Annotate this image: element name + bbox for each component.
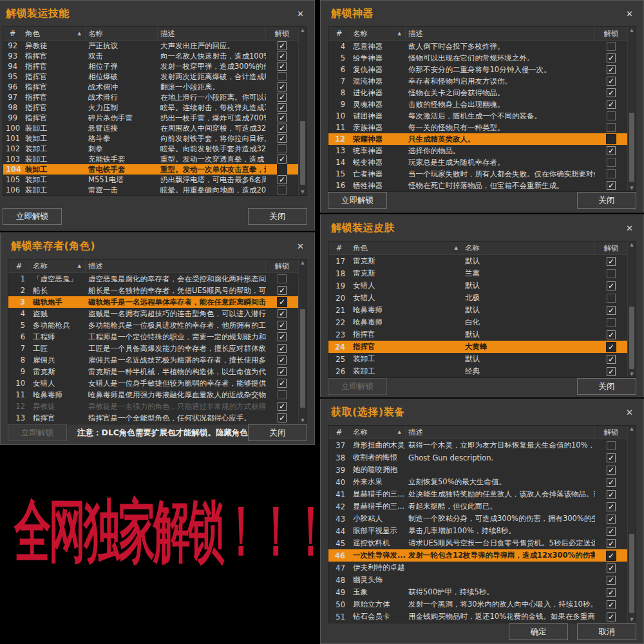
unlock-checkbox[interactable]: ✓ xyxy=(278,103,287,112)
unlock-checkbox[interactable]: ✓ xyxy=(607,355,616,364)
unlock-checkbox[interactable]: ✓ xyxy=(607,367,616,376)
column-header-desc[interactable]: 描述 xyxy=(158,27,266,40)
table-row[interactable]: 23指挥官默认✓ xyxy=(328,328,627,341)
close-icon[interactable]: ✕ xyxy=(296,242,305,251)
scroll-down-icon[interactable]: ▼ xyxy=(628,371,636,377)
scrollbar-thumb[interactable] xyxy=(629,307,634,369)
unlock-checkbox[interactable]: ✓ xyxy=(607,527,616,536)
table-row[interactable]: 15亡者神器当一个玩家失败时，所有人都会失败。仅在你确实想要对你的... xyxy=(328,168,627,180)
unlock-checkbox[interactable]: ✓ xyxy=(607,257,616,266)
unlock-checkbox[interactable]: ✓ xyxy=(278,321,287,330)
unlock-checkbox[interactable] xyxy=(607,441,616,450)
unlock-checkbox[interactable]: ✓ xyxy=(278,175,287,184)
table-row[interactable]: 9灵魂神器击败的怪物身上会出现幽魂。✓ xyxy=(328,99,627,110)
table-row[interactable]: 12荣耀神器只生成精英类敌人。 xyxy=(328,133,627,145)
table-row[interactable]: 26装卸工经典✓ xyxy=(328,365,627,377)
column-header-num[interactable]: # xyxy=(3,27,23,40)
table-row[interactable]: 105装卸工M551电塔扔出飘浮电塔，可电击最多6名周围的敌人...✓ xyxy=(3,175,298,185)
table-row[interactable]: 13指挥官指挥官是一个全能型角色，任何状况都得心应手。✓ xyxy=(8,412,298,424)
unlock-checkbox[interactable] xyxy=(607,42,616,51)
unlock-checkbox[interactable]: ✓ xyxy=(607,281,616,290)
table-row[interactable]: 10谜团神器每次激活后，随机生成一个不同的装备。 xyxy=(328,110,627,122)
table-row[interactable]: 102装卸工刺拳眩晕。向前发射铁手套并造成320%的伤害... xyxy=(3,144,298,154)
close-button[interactable]: 关闭 xyxy=(248,208,307,225)
column-header-desc[interactable]: 描述 xyxy=(406,426,595,439)
table-row[interactable]: 11亲族神器每一关的怪物只有一种类型。 xyxy=(328,122,627,133)
table-row[interactable]: 44眼部平视显示暴击几率增加100%，持续8秒。✓ xyxy=(328,525,627,537)
close-button[interactable]: 关闭 xyxy=(577,378,636,395)
unlock-checkbox[interactable] xyxy=(278,274,287,283)
column-header-name[interactable]: 名称▲ xyxy=(30,260,86,272)
unlock-checkbox[interactable] xyxy=(607,169,616,178)
unlock-checkbox[interactable]: ✓ xyxy=(278,286,287,295)
table-row[interactable]: 50原始立方体发射一个黑洞，将30米内的敌人向中心吸入，持续10秒。✓ xyxy=(328,598,627,611)
table-row[interactable]: 9雷克斯雷克斯是一种半机械，半植物的构造体，以生命值为代价从远...✓ xyxy=(8,366,298,377)
unlock-checkbox[interactable] xyxy=(607,269,616,278)
table-row[interactable]: 18雷克斯兰蕙 xyxy=(328,267,627,279)
table-row[interactable]: 21呛鼻毒师默认✓ xyxy=(328,304,627,316)
column-header-role[interactable]: 角色▲ xyxy=(23,27,86,40)
unlock-now-button[interactable]: 立即解锁 xyxy=(328,192,387,209)
unlock-checkbox[interactable]: ✓ xyxy=(278,355,287,365)
column-header-name[interactable]: 名称 xyxy=(86,27,158,40)
table-row[interactable]: 1「虚空恶鬼」虚空恶鬼是腐化的幸存者，会在受控和腐化两种形态间波动，... xyxy=(8,273,298,285)
column-header-role[interactable]: 角色▲ xyxy=(350,242,462,254)
close-icon[interactable]: ✕ xyxy=(625,9,634,19)
table-row[interactable]: 20女猎人北极 xyxy=(328,292,627,304)
table-row[interactable]: 39她的噬咬拥抱✓ xyxy=(328,464,627,476)
scroll-up-icon[interactable]: ▲ xyxy=(299,27,307,33)
unlock-checkbox[interactable] xyxy=(607,111,616,120)
unlock-checkbox[interactable]: ✓ xyxy=(607,466,616,475)
table-row[interactable]: 46一次性导弹发...发射一轮包含12枚导弹的导弹雨，造成12x300%的伤害。… xyxy=(328,549,627,562)
column-header-num[interactable]: # xyxy=(8,260,30,272)
column-header-desc[interactable]: 描述 xyxy=(406,27,595,40)
unlock-checkbox[interactable] xyxy=(607,294,616,303)
unlock-checkbox[interactable]: ✓ xyxy=(606,342,616,352)
scrollbar-thumb[interactable] xyxy=(300,309,305,408)
unlock-checkbox[interactable]: ✓ xyxy=(607,478,616,487)
table-row[interactable]: 25装卸工默认✓ xyxy=(328,353,627,365)
table-row[interactable]: 106装卸工雷霆一击眩晕。用重拳砸向地面，造成2000%的伤害... xyxy=(3,185,298,195)
unlock-checkbox[interactable]: ✓ xyxy=(607,490,616,499)
table-row[interactable]: 43小胶粘人制造一个胶粘分身，可造成300%的伤害，拥有300%的生命值...✓ xyxy=(328,513,627,525)
unlock-checkbox[interactable]: ✓ xyxy=(278,309,287,318)
unlock-checkbox[interactable]: ✓ xyxy=(278,155,287,164)
scroll-down-icon[interactable]: ▼ xyxy=(299,417,307,424)
table-row[interactable]: 45遥控饮料机请求UES顺风号空投一台日食零号售货机。5秒后必定送达，...✓ xyxy=(328,537,627,549)
scrollbar[interactable]: ▲ ▼ xyxy=(627,27,636,191)
table-row[interactable]: 7工匠工匠是一个具备高爆发能力的幸存者，擅长应对群体敌人和头...✓ xyxy=(8,343,298,354)
column-header-num[interactable]: # xyxy=(328,242,350,254)
unlock-checkbox[interactable]: ✓ xyxy=(607,564,616,573)
table-row[interactable]: 97指挥官战术滑行在地上滑行一小段距离。你可以边滑行边开...✓ xyxy=(3,92,298,102)
column-header-unlock[interactable]: 解锁 xyxy=(595,426,627,439)
unlock-checkbox[interactable]: ✓ xyxy=(607,53,616,62)
unlock-checkbox[interactable]: ✓ xyxy=(607,576,616,585)
close-button[interactable]: 关闭 xyxy=(248,424,307,441)
column-header-num[interactable]: # xyxy=(328,27,350,40)
column-header-name[interactable]: 名称▲ xyxy=(350,426,406,439)
unlock-checkbox[interactable]: ✓ xyxy=(607,77,616,86)
table-row[interactable]: 41显赫猎手的三...处决能生成独特奖励的任意敌人，该敌人会掉落该物品。该装..… xyxy=(328,488,627,500)
unlock-checkbox[interactable]: ✓ xyxy=(278,413,287,422)
table-row[interactable]: 42显赫猎手的三...看起来挺酷，但仅此而已。✓ xyxy=(328,500,627,513)
unlock-checkbox[interactable]: ✓ xyxy=(607,588,616,597)
unlock-checkbox[interactable] xyxy=(607,123,616,132)
table-row[interactable]: 40外来水果立刻恢复50%的最大生命值。✓ xyxy=(328,476,627,488)
unlock-checkbox[interactable]: ✓ xyxy=(278,52,287,61)
scrollbar-thumb[interactable] xyxy=(629,113,634,182)
table-row[interactable]: 8进化神器怪物在关卡之间会获得物品。✓ xyxy=(328,87,627,99)
table-row[interactable]: 100装卸工悬臂连接在周围敌人中间穿梭，可造成320%的伤害。✓ xyxy=(3,123,298,133)
column-header-unlock[interactable]: 解锁 xyxy=(595,242,627,254)
unlock-checkbox[interactable]: ✓ xyxy=(278,41,287,50)
scroll-up-icon[interactable]: ▲ xyxy=(628,426,636,432)
table-row[interactable]: 3磁轨炮手磁轨炮手是一名远程单体幸存者，能在任意距离瞬间击杀一切...✓ xyxy=(8,296,298,308)
table-row[interactable]: 104装卸工雷电铁手套重型。发动一次单体攻击直拳，造成2100%... xyxy=(3,164,298,175)
unlock-checkbox[interactable]: ✓ xyxy=(278,82,287,91)
unlock-checkbox[interactable]: ✓ xyxy=(278,134,287,143)
table-row[interactable]: 98指挥官火力压制眩晕。连续射击，每枚弹丸造成100%的伤...✓ xyxy=(3,102,298,113)
scrollbar[interactable]: ▲ ▼ xyxy=(627,426,636,623)
unlock-checkbox[interactable]: ✓ xyxy=(278,124,287,133)
table-row[interactable]: 93指挥官双击向一名敌人快速射击，造成100%的伤害。✓ xyxy=(3,51,298,61)
close-icon[interactable]: ✕ xyxy=(625,408,634,417)
unlock-checkbox[interactable] xyxy=(607,158,616,167)
